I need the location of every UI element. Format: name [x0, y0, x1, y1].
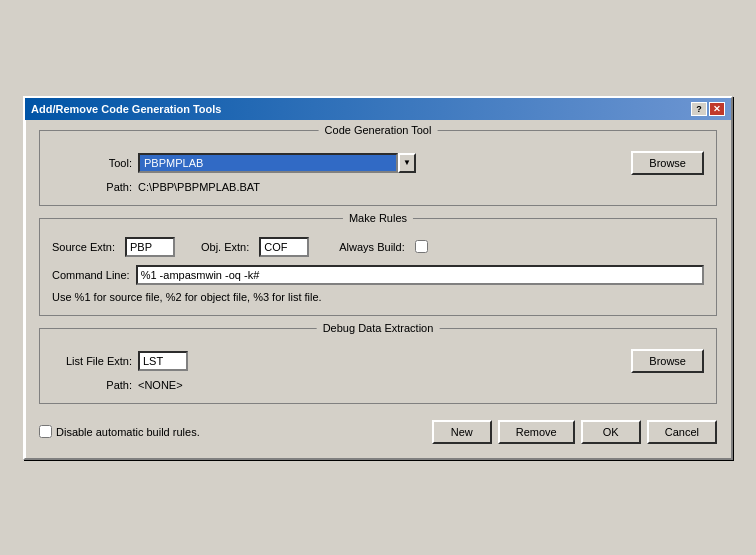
bottom-row: Disable automatic build rules. New Remov… [39, 416, 717, 444]
tool-path-value: C:\PBP\PBPMPLAB.BAT [138, 181, 260, 193]
main-window: Add/Remove Code Generation Tools ? ✕ Cod… [23, 96, 733, 460]
source-extn-label: Source Extn: [52, 241, 115, 253]
cancel-button[interactable]: Cancel [647, 420, 717, 444]
window-content: Code Generation Tool Tool: PBPMPLAB ▼ Pa… [25, 120, 731, 458]
command-line-field-row: Command Line: [52, 265, 704, 285]
code-gen-browse-button[interactable]: Browse [631, 151, 704, 175]
make-rules-legend: Make Rules [343, 212, 413, 224]
disable-build-rules-row: Disable automatic build rules. [39, 425, 200, 438]
command-line-row: Command Line: [52, 265, 704, 285]
code-gen-tool-group: Code Generation Tool Tool: PBPMPLAB ▼ Pa… [39, 130, 717, 206]
always-build-checkbox-row [415, 240, 428, 253]
make-rules-hint: Use %1 for source file, %2 for object fi… [52, 291, 704, 303]
tool-label: Tool: [52, 157, 132, 169]
command-line-label: Command Line: [52, 269, 130, 281]
debug-fields: List File Extn: Path: <NONE> [52, 341, 611, 391]
new-button[interactable]: New [432, 420, 492, 444]
disable-build-rules-label: Disable automatic build rules. [56, 426, 200, 438]
obj-extn-label: Obj. Extn: [201, 241, 249, 253]
code-gen-tool-legend: Code Generation Tool [319, 124, 438, 136]
list-file-extn-input[interactable] [138, 351, 188, 371]
tool-combo[interactable]: PBPMPLAB ▼ [138, 153, 416, 173]
debug-data-group: Debug Data Extraction List File Extn: Pa… [39, 328, 717, 404]
debug-browse-area: Browse [631, 349, 704, 373]
debug-path-value: <NONE> [138, 379, 183, 391]
remove-button[interactable]: Remove [498, 420, 575, 444]
ok-button[interactable]: OK [581, 420, 641, 444]
code-gen-tool-fields: Tool: PBPMPLAB ▼ Path: C:\PBP\PBPMPLAB.B… [52, 143, 611, 193]
source-extn-input[interactable] [125, 237, 175, 257]
command-line-input[interactable] [136, 265, 704, 285]
always-build-label: Always Build: [339, 241, 404, 253]
tool-field-row: Tool: PBPMPLAB ▼ [52, 153, 611, 173]
make-rules-group: Make Rules Source Extn: Obj. Extn: Alway… [39, 218, 717, 316]
tool-path-label: Path: [52, 181, 132, 193]
obj-extn-input[interactable] [259, 237, 309, 257]
window-title: Add/Remove Code Generation Tools [31, 103, 222, 115]
debug-path-row: Path: <NONE> [52, 379, 611, 391]
close-button[interactable]: ✕ [709, 102, 725, 116]
title-bar-buttons: ? ✕ [691, 102, 725, 116]
always-build-checkbox[interactable] [415, 240, 428, 253]
disable-build-rules-checkbox[interactable] [39, 425, 52, 438]
debug-data-legend: Debug Data Extraction [317, 322, 440, 334]
title-bar: Add/Remove Code Generation Tools ? ✕ [25, 98, 731, 120]
tool-input[interactable]: PBPMPLAB [138, 153, 398, 173]
list-file-extn-row: List File Extn: [52, 351, 611, 371]
debug-path-label: Path: [52, 379, 132, 391]
make-rules-extn-row: Source Extn: Obj. Extn: Always Build: [52, 237, 704, 257]
debug-browse-button[interactable]: Browse [631, 349, 704, 373]
list-file-extn-label: List File Extn: [52, 355, 132, 367]
combo-dropdown-arrow[interactable]: ▼ [398, 153, 416, 173]
help-button[interactable]: ? [691, 102, 707, 116]
code-gen-browse-area: Browse [631, 151, 704, 175]
tool-path-row: Path: C:\PBP\PBPMPLAB.BAT [52, 181, 611, 193]
bottom-buttons: New Remove OK Cancel [432, 420, 717, 444]
